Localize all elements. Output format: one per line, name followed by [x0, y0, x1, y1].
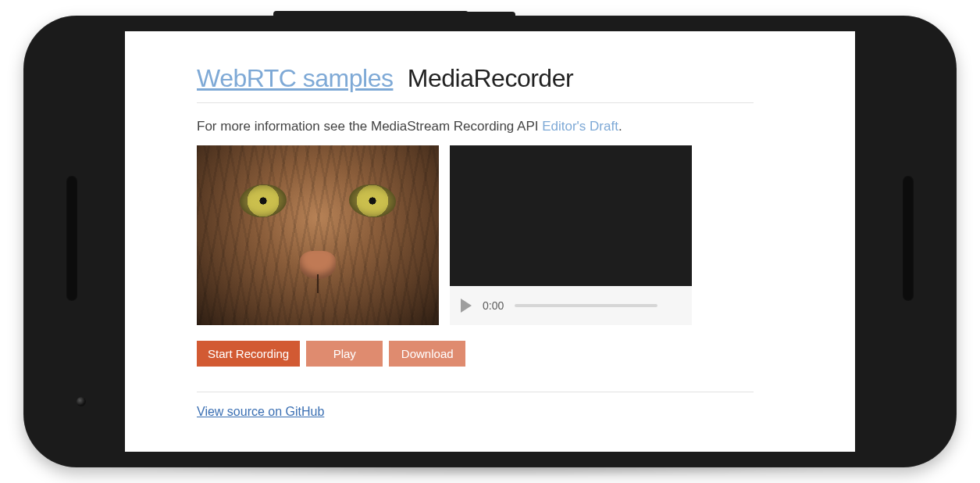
cat-nose	[300, 251, 336, 279]
live-video-preview[interactable]	[197, 145, 439, 325]
phone-speaker-left	[66, 176, 77, 301]
button-row: Start Recording Play Download	[197, 341, 754, 367]
player-time: 0:00	[483, 299, 504, 312]
footer: View source on GitHub	[197, 405, 754, 419]
phone-camera	[77, 397, 86, 406]
webrtc-samples-link[interactable]: WebRTC samples	[197, 64, 393, 92]
cat-fur-texture	[197, 145, 439, 325]
screen: WebRTC samples MediaRecorder For more in…	[125, 31, 855, 452]
download-button[interactable]: Download	[389, 341, 465, 367]
intro-suffix: .	[618, 119, 622, 134]
page-subtitle: MediaRecorder	[408, 64, 573, 92]
video-surface[interactable]	[450, 145, 692, 286]
play-icon[interactable]	[461, 299, 472, 313]
player-seek-track[interactable]	[515, 304, 657, 307]
page-content: WebRTC samples MediaRecorder For more in…	[125, 31, 855, 419]
intro-text: For more information see the MediaStream…	[197, 119, 754, 134]
editors-draft-link[interactable]: Editor's Draft	[542, 119, 618, 134]
phone-button-detail-2	[414, 12, 515, 17]
page-title: WebRTC samples MediaRecorder	[197, 64, 754, 103]
video-row: 0:00	[197, 145, 754, 325]
player-controls: 0:00	[450, 286, 692, 325]
start-recording-button[interactable]: Start Recording	[197, 341, 300, 367]
play-button[interactable]: Play	[306, 341, 383, 367]
recorded-video-player: 0:00	[450, 145, 692, 325]
phone-frame: WebRTC samples MediaRecorder For more in…	[23, 16, 957, 467]
intro-prefix: For more information see the MediaStream…	[197, 119, 542, 134]
divider	[197, 392, 754, 392]
view-source-github-link[interactable]: View source on GitHub	[197, 405, 324, 418]
phone-speaker-right	[903, 176, 914, 301]
